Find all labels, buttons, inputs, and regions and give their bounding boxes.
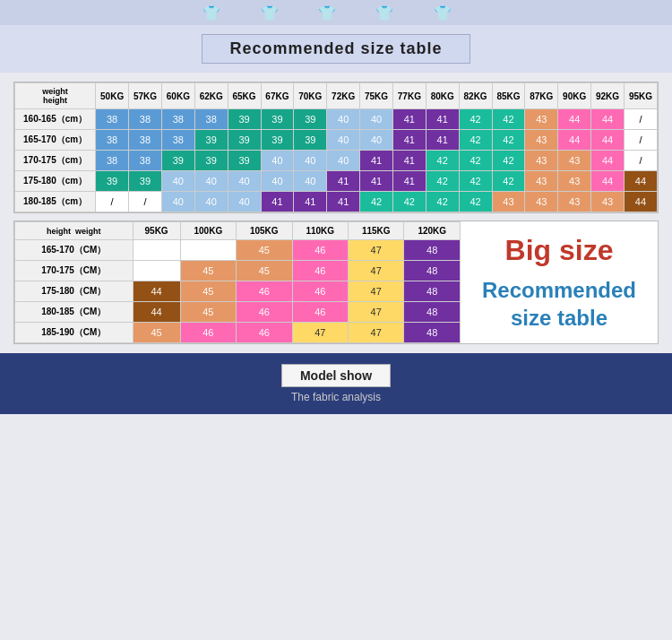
table-cell: 42 (492, 171, 525, 192)
big-height-row-header: 170-175（CM） (15, 261, 134, 281)
table-cell: / (96, 192, 129, 212)
big-table-cell: 48 (404, 323, 461, 343)
big-table-cell: 45 (180, 302, 236, 323)
height-row-header: 160-165（cm） (15, 109, 96, 130)
table-cell: 39 (161, 151, 194, 171)
big-table-cell: 46 (292, 281, 348, 302)
table-cell: 42 (459, 109, 492, 130)
height-row-header: 165-170（cm） (15, 130, 96, 151)
big-height-row-header: 180-185（CM） (15, 302, 134, 323)
main-content: weight height 50KG 57KG 60KG 62KG 65KG 6… (0, 73, 672, 353)
table-cell: 38 (129, 109, 162, 130)
big-table-cell: 44 (133, 302, 180, 323)
table-cell: 42 (459, 151, 492, 171)
table-cell: / (624, 130, 657, 151)
big-corner-header: height weight (15, 222, 134, 240)
big-table-cell: 44 (133, 281, 180, 302)
table-cell: 41 (294, 192, 327, 212)
table-cell: 39 (261, 130, 294, 151)
table-cell: 39 (194, 130, 228, 151)
table-cell: 41 (392, 109, 426, 130)
table-cell: 43 (558, 192, 591, 212)
big-height-row-header: 165-170（CM） (15, 240, 134, 261)
table-cell: 38 (161, 109, 194, 130)
table-cell: 38 (96, 130, 129, 151)
table-cell: 40 (194, 192, 228, 212)
fabric-text: The fabric analysis (291, 391, 381, 403)
table-cell: 39 (294, 109, 327, 130)
big-table-cell (180, 240, 236, 261)
table-cell: / (129, 192, 162, 212)
table-cell: 43 (525, 130, 558, 151)
height-row-header: 175-180（cm） (15, 171, 96, 192)
table-cell: 38 (129, 151, 162, 171)
height-row-header: 180-185（cm） (15, 192, 96, 212)
table-cell: 39 (96, 171, 129, 192)
table-cell: 41 (360, 171, 393, 192)
table-cell: 42 (360, 192, 393, 212)
table-cell: 43 (558, 171, 591, 192)
table-cell: 40 (327, 130, 360, 151)
title-section: Recommended size table (0, 25, 672, 73)
table-cell: 44 (591, 130, 625, 151)
weight-col-15: 90KG (558, 83, 591, 109)
table-cell: 40 (327, 109, 360, 130)
table-cell: 39 (129, 171, 162, 192)
weight-col-4: 62KG (194, 83, 228, 109)
standard-size-table: weight height 50KG 57KG 60KG 62KG 65KG 6… (13, 82, 659, 213)
table-cell: 42 (492, 130, 525, 151)
table-cell: 40 (327, 151, 360, 171)
table-cell: 40 (294, 151, 327, 171)
table-cell: 40 (261, 171, 294, 192)
big-table-cell: 45 (180, 281, 236, 302)
big-table-cell: 46 (292, 240, 348, 261)
weight-col-12: 82KG (459, 83, 492, 109)
big-table-cell (133, 261, 180, 281)
table-cell: 42 (426, 171, 459, 192)
table-cell: 41 (261, 192, 294, 212)
big-table-cell: 46 (237, 323, 292, 343)
weight-col-3: 60KG (161, 83, 194, 109)
big-table-cell: 45 (237, 240, 292, 261)
big-table-cell: 46 (237, 302, 292, 323)
weight-col-11: 80KG (426, 83, 459, 109)
table-cell: 43 (558, 151, 591, 171)
weight-col-9: 75KG (360, 83, 393, 109)
table-cell: 41 (327, 171, 360, 192)
corner-header: weight height (15, 83, 96, 109)
table-cell: 38 (194, 109, 228, 130)
big-table-cell: 47 (348, 261, 403, 281)
table-cell: 43 (525, 192, 558, 212)
table-cell: 44 (591, 109, 625, 130)
weight-col-13: 85KG (492, 83, 525, 109)
weight-col-6: 67KG (261, 83, 294, 109)
table-cell: 39 (228, 130, 261, 151)
table-cell: 40 (161, 171, 194, 192)
table-cell: 44 (558, 109, 591, 130)
table-cell: 42 (459, 192, 492, 212)
recommended-text: Recommended size table (470, 276, 649, 332)
table-cell: 38 (96, 109, 129, 130)
weight-col-16: 92KG (591, 83, 625, 109)
big-table-cell: 46 (292, 302, 348, 323)
table-cell: 40 (261, 151, 294, 171)
table-cell: / (624, 109, 657, 130)
table-cell: 42 (426, 151, 459, 171)
table-cell: 42 (392, 192, 426, 212)
table-cell: 40 (228, 171, 261, 192)
big-height-row-header: 175-180（CM） (15, 281, 134, 302)
table-cell: 41 (360, 151, 393, 171)
big-table-cell: 45 (237, 261, 292, 281)
table-cell: 44 (591, 171, 625, 192)
big-table-cell (133, 240, 180, 261)
big-table-cell: 46 (292, 261, 348, 281)
table-cell: 39 (294, 130, 327, 151)
table-cell: 38 (161, 130, 194, 151)
big-table-cell: 47 (292, 323, 348, 343)
table-cell: 41 (426, 109, 459, 130)
table-cell: 41 (426, 130, 459, 151)
big-table-cell: 48 (404, 261, 461, 281)
table-cell: / (624, 151, 657, 171)
table-cell: 39 (228, 109, 261, 130)
height-row-header: 170-175（cm） (15, 151, 96, 171)
